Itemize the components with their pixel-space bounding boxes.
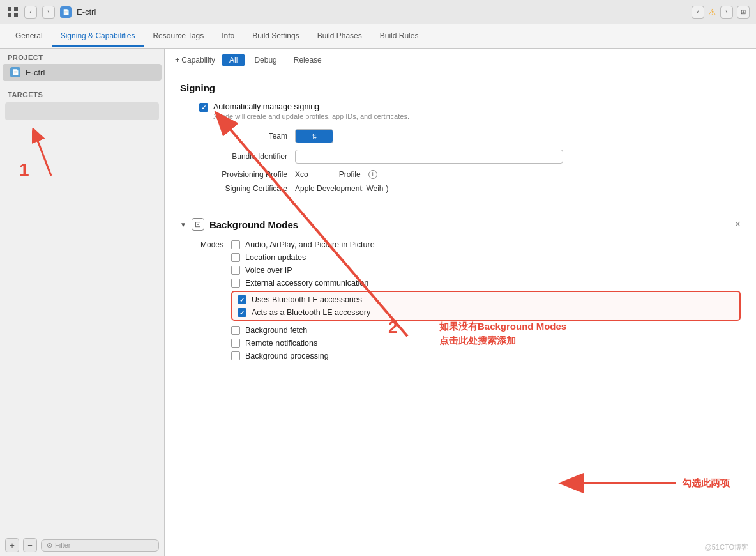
mode-item-bt-le: Uses Bluetooth LE accessories	[238, 295, 734, 304]
svg-rect-0	[8, 7, 11, 11]
back-nav-btn[interactable]: ‹	[692, 6, 704, 19]
prov-profile-text: Xco	[295, 170, 308, 179]
signing-section: Signing Automatically manage signing Xco…	[165, 72, 756, 210]
tab-build-phases[interactable]: Build Phases	[308, 26, 371, 47]
bg-modes-icon: ⊡	[192, 218, 204, 231]
grid-icon	[6, 6, 19, 19]
filter-tab-all[interactable]: All	[222, 54, 245, 66]
mode-voip-label: Voice over IP	[245, 266, 292, 275]
tab-general[interactable]: General	[6, 26, 52, 47]
layout-btn[interactable]: ⊞	[737, 6, 750, 19]
mode-bg-processing-label: Background processing	[245, 351, 329, 360]
signing-cert-label: Signing Certificate	[180, 184, 295, 193]
prov-profile-value: Xco Profile i	[295, 170, 741, 179]
close-bg-modes-button[interactable]: ×	[735, 219, 741, 230]
modes-list: Audio, AirPlay, and Picture in Picture L…	[231, 240, 741, 360]
tabbar: General Signing & Capabilities Resource …	[0, 24, 756, 49]
filter-box[interactable]: ⊙ Filter	[41, 539, 159, 552]
mode-item-bt-le-acc: Acts as a Bluetooth LE accessory	[238, 307, 734, 317]
targets-item[interactable]	[5, 102, 159, 120]
mode-bg-fetch-checkbox[interactable]	[231, 326, 240, 335]
mode-voip-checkbox[interactable]	[231, 266, 240, 275]
mode-bg-fetch-label: Background fetch	[245, 326, 307, 335]
profile-label: Profile	[339, 170, 361, 179]
svg-rect-3	[14, 13, 18, 17]
bundle-id-label: Bundle Identifier	[180, 152, 295, 161]
filter-tab-release[interactable]: Release	[286, 54, 329, 66]
mode-item-bg-processing: Background processing	[231, 351, 741, 360]
signing-cert-text: Apple Development: Weih	[295, 184, 384, 193]
mode-item-bg-fetch: Background fetch	[231, 325, 741, 335]
app-icon: 📄	[60, 6, 72, 18]
warning-icon: ⚠	[708, 7, 716, 17]
tab-build-settings[interactable]: Build Settings	[243, 26, 308, 47]
mode-item-voip: Voice over IP	[231, 265, 741, 275]
modes-label: Modes	[180, 240, 231, 249]
add-capability-button[interactable]: + Capability	[175, 56, 215, 65]
prov-profile-label: Provisioning Profile	[180, 170, 295, 179]
background-modes-section: ▼ ⊡ Background Modes × Modes Audio, AirP…	[165, 210, 756, 375]
bundle-id-input[interactable]	[295, 150, 563, 164]
bundle-id-row: Bundle Identifier	[180, 150, 741, 164]
sidebar-item-project[interactable]: 📄 E-ctrl	[3, 64, 162, 81]
remove-btn[interactable]: −	[23, 538, 37, 552]
collapse-triangle-icon[interactable]: ▼	[180, 221, 186, 228]
tab-signing-capabilities[interactable]: Signing & Capabilities	[52, 26, 144, 47]
filter-tab-debug[interactable]: Debug	[246, 54, 284, 66]
tab-resource-tags[interactable]: Resource Tags	[144, 26, 213, 47]
team-value: ⇅	[295, 129, 741, 143]
team-row: Team ⇅	[180, 129, 741, 143]
signing-cert-row: Signing Certificate Apple Development: W…	[180, 184, 741, 193]
tab-info[interactable]: Info	[213, 26, 243, 47]
bg-header: ▼ ⊡ Background Modes ×	[180, 218, 741, 231]
titlebar: ‹ › 📄 E-ctrl ‹ ⚠ › ⊞	[0, 0, 756, 24]
mode-audio-checkbox[interactable]	[231, 240, 240, 249]
mode-item-location: Location updates	[231, 252, 741, 262]
project-item-label: E-ctrl	[26, 68, 45, 77]
mode-location-checkbox[interactable]	[231, 253, 240, 262]
mode-bt-le-acc-label: Acts as a Bluetooth LE accessory	[252, 308, 370, 317]
add-cap-label: + Capability	[175, 56, 215, 65]
capabilities-bar: + Capability All Debug Release	[165, 49, 756, 72]
modes-row: Modes Audio, AirPlay, and Picture in Pic…	[180, 240, 741, 360]
forward-nav-btn[interactable]: ›	[720, 6, 733, 19]
mode-remote-notif-checkbox[interactable]	[231, 339, 240, 348]
titlebar-right: ‹ ⚠ › ⊞	[692, 6, 750, 19]
profile-info-icon[interactable]: i	[368, 170, 377, 179]
forward-button[interactable]: ›	[42, 6, 55, 19]
main-layout: PROJECT 📄 E-ctrl TARGETS 1 +	[0, 49, 756, 556]
mode-bg-processing-checkbox[interactable]	[231, 351, 240, 360]
mode-item-remote-notif: Remote notifications	[231, 338, 741, 348]
team-label: Team	[180, 132, 295, 141]
sidebar: PROJECT 📄 E-ctrl TARGETS 1 +	[0, 49, 165, 556]
mode-ext-acc-label: External accessory communication	[245, 279, 368, 288]
svg-rect-1	[14, 7, 18, 11]
mode-item-external-accessory: External accessory communication	[231, 278, 741, 288]
auto-sign-sublabel: Xcode will create and update profiles, a…	[213, 112, 409, 120]
team-select-box[interactable]: ⇅	[295, 129, 333, 143]
highlight-box: Uses Bluetooth LE accessories Acts as a …	[231, 291, 741, 321]
auto-sign-row: Automatically manage signing Xcode will …	[180, 102, 741, 120]
tab-build-rules[interactable]: Build Rules	[371, 26, 428, 47]
content-area: + Capability All Debug Release Signing A…	[165, 49, 756, 556]
watermark: @51CTO博客	[705, 543, 748, 552]
mode-remote-notif-label: Remote notifications	[245, 339, 317, 348]
filter-label: Filter	[55, 541, 70, 549]
bundle-id-value	[295, 150, 741, 164]
mode-bt-le-acc-checkbox[interactable]	[238, 308, 246, 317]
add-btn[interactable]: +	[5, 538, 19, 552]
targets-section-header: TARGETS	[0, 86, 164, 101]
back-button[interactable]: ‹	[24, 6, 37, 19]
mode-item-audio: Audio, AirPlay, and Picture in Picture	[231, 240, 741, 249]
mode-ext-acc-checkbox[interactable]	[231, 279, 240, 288]
arrow-1	[32, 128, 83, 179]
filter-icon: ⊙	[47, 541, 52, 550]
sidebar-bottom: + − ⊙ Filter	[0, 534, 164, 556]
mode-bt-le-checkbox[interactable]	[238, 295, 246, 304]
annotation-1: 1	[19, 160, 29, 180]
app-title: E-ctrl	[77, 7, 96, 17]
svg-rect-2	[8, 13, 11, 17]
auto-sign-checkbox[interactable]	[199, 103, 208, 112]
bg-modes-title: Background Modes	[209, 219, 298, 230]
project-icon: 📄	[10, 67, 20, 77]
